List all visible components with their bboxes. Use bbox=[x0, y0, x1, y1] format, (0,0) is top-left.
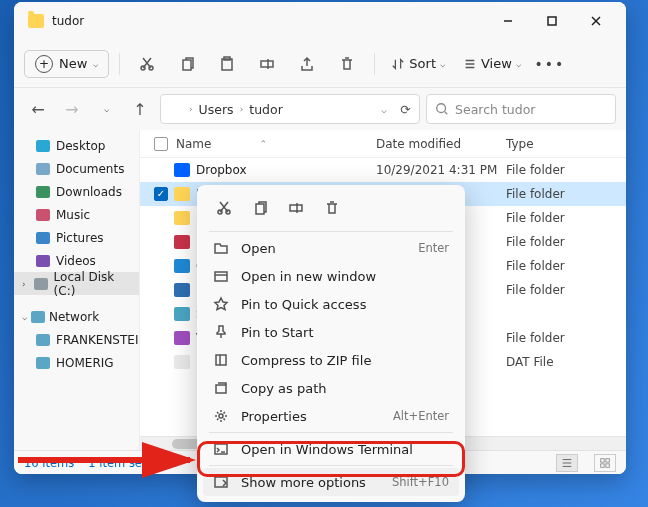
details-view-button[interactable] bbox=[556, 454, 578, 472]
svg-rect-15 bbox=[290, 205, 302, 211]
rename-button[interactable] bbox=[250, 47, 284, 81]
chevron-down-icon[interactable]: ⌵ bbox=[381, 104, 387, 115]
row-checkbox[interactable] bbox=[154, 187, 168, 201]
svg-rect-9 bbox=[606, 458, 609, 461]
col-type[interactable]: Type bbox=[506, 137, 534, 151]
computer-icon bbox=[36, 357, 50, 369]
separator bbox=[119, 53, 120, 75]
chevron-down-icon: ⌵ bbox=[22, 312, 27, 322]
col-name[interactable]: Name bbox=[176, 137, 211, 151]
window-title: tudor bbox=[52, 14, 486, 28]
svg-rect-8 bbox=[601, 458, 604, 461]
up-button[interactable]: ↑ bbox=[126, 95, 154, 123]
context-menu: OpenEnterOpen in new windowPin to Quick … bbox=[197, 185, 465, 502]
svg-rect-6 bbox=[261, 61, 273, 67]
forward-button[interactable]: → bbox=[58, 95, 86, 123]
ctx-item-show-more-options[interactable]: Show more optionsShift+F10 bbox=[203, 468, 459, 496]
ctx-item-copy-as-path[interactable]: Copy as path bbox=[203, 374, 459, 402]
sidebar-item-pictures[interactable]: Pictures bbox=[14, 226, 139, 249]
separator bbox=[209, 432, 453, 433]
sidebar-icon bbox=[36, 209, 50, 221]
search-placeholder: Search tudor bbox=[455, 102, 535, 117]
file-icon bbox=[174, 355, 190, 369]
selected-count: 1 item selected bbox=[88, 456, 177, 470]
breadcrumb-seg[interactable]: Users bbox=[199, 102, 234, 117]
search-icon bbox=[435, 102, 449, 116]
network-icon bbox=[31, 311, 45, 323]
new-button[interactable]: + New ⌵ bbox=[24, 50, 109, 78]
cut-button[interactable] bbox=[130, 47, 164, 81]
svg-rect-17 bbox=[216, 385, 226, 393]
sidebar-item-documents[interactable]: Documents bbox=[14, 157, 139, 180]
ctx-copy-button[interactable] bbox=[243, 193, 277, 223]
sidebar-icon bbox=[36, 140, 50, 152]
breadcrumb-seg[interactable]: tudor bbox=[249, 102, 283, 117]
file-icon bbox=[174, 331, 190, 345]
history-button[interactable]: ⌵ bbox=[92, 95, 120, 123]
sidebar-network-frankenstein[interactable]: FRANKENSTEIN bbox=[14, 328, 139, 351]
sidebar-icon bbox=[36, 186, 50, 198]
ctx-item-pin-to-quick-access[interactable]: Pin to Quick access bbox=[203, 290, 459, 318]
file-icon bbox=[174, 235, 190, 249]
sidebar-network[interactable]: ⌵ Network bbox=[14, 305, 139, 328]
svg-rect-14 bbox=[256, 204, 264, 214]
svg-rect-10 bbox=[601, 463, 604, 466]
close-button[interactable] bbox=[574, 6, 618, 36]
separator bbox=[209, 231, 453, 232]
sidebar-item-music[interactable]: Music bbox=[14, 203, 139, 226]
ctx-delete-button[interactable] bbox=[315, 193, 349, 223]
back-button[interactable]: ← bbox=[24, 95, 52, 123]
context-icon-row bbox=[203, 191, 459, 229]
plus-icon: + bbox=[35, 55, 53, 73]
refresh-button[interactable]: ⟳ bbox=[401, 102, 411, 117]
selectall-checkbox[interactable] bbox=[154, 137, 168, 151]
paste-button[interactable] bbox=[210, 47, 244, 81]
sort-button[interactable]: Sort ⌵ bbox=[385, 56, 451, 71]
svg-rect-11 bbox=[606, 463, 609, 466]
sidebar-item-downloads[interactable]: Downloads bbox=[14, 180, 139, 203]
sidebar-item-desktop[interactable]: Desktop bbox=[14, 134, 139, 157]
sort-indicator: ⌃ bbox=[259, 139, 267, 149]
ctx-item-compress-to-zip-file[interactable]: Compress to ZIP file bbox=[203, 346, 459, 374]
file-icon bbox=[174, 211, 190, 225]
sidebar-icon bbox=[36, 255, 50, 267]
file-icon bbox=[174, 307, 190, 321]
toolbar: + New ⌵ Sort ⌵ View ⌵ ••• bbox=[14, 40, 626, 88]
sidebar-network-homerig[interactable]: HOMERIG bbox=[14, 351, 139, 374]
svg-rect-3 bbox=[183, 60, 191, 70]
share-button[interactable] bbox=[290, 47, 324, 81]
ctx-item-properties[interactable]: PropertiesAlt+Enter bbox=[203, 402, 459, 430]
file-icon bbox=[174, 163, 190, 177]
more-button[interactable]: ••• bbox=[533, 47, 567, 81]
ctx-item-pin-to-start[interactable]: Pin to Start bbox=[203, 318, 459, 346]
ctx-cut-button[interactable] bbox=[207, 193, 241, 223]
chevron-right-icon: › bbox=[189, 104, 193, 114]
address-bar[interactable]: › Users › tudor ⌵ ⟳ bbox=[160, 94, 420, 124]
search-input[interactable]: Search tudor bbox=[426, 94, 616, 124]
separator bbox=[209, 465, 453, 466]
nav-row: ← → ⌵ ↑ › Users › tudor ⌵ ⟳ Search tudor bbox=[14, 88, 626, 130]
sidebar: DesktopDocumentsDownloadsMusicPicturesVi… bbox=[14, 130, 140, 450]
file-row[interactable]: Dropbox10/29/2021 4:31 PMFile folder bbox=[140, 158, 626, 182]
separator bbox=[374, 53, 375, 75]
folder-icon bbox=[169, 103, 183, 115]
ctx-item-open-in-windows-terminal[interactable]: Open in Windows Terminal bbox=[203, 435, 459, 463]
col-date[interactable]: Date modified bbox=[376, 137, 461, 151]
ctx-item-open[interactable]: OpenEnter bbox=[203, 234, 459, 262]
view-button[interactable]: View ⌵ bbox=[457, 56, 527, 71]
file-icon bbox=[174, 187, 190, 201]
ctx-item-open-in-new-window[interactable]: Open in new window bbox=[203, 262, 459, 290]
sidebar-icon bbox=[36, 232, 50, 244]
icons-view-button[interactable] bbox=[594, 454, 616, 472]
minimize-button[interactable] bbox=[486, 6, 530, 36]
sidebar-icon bbox=[36, 163, 50, 175]
copy-button[interactable] bbox=[170, 47, 204, 81]
sidebar-item-local-disk-c-[interactable]: ›Local Disk (C:) bbox=[14, 272, 139, 295]
ctx-rename-button[interactable] bbox=[279, 193, 313, 223]
delete-button[interactable] bbox=[330, 47, 364, 81]
svg-rect-16 bbox=[215, 272, 227, 281]
folder-icon bbox=[28, 14, 44, 28]
file-icon bbox=[174, 259, 190, 273]
maximize-button[interactable] bbox=[530, 6, 574, 36]
svg-point-18 bbox=[219, 414, 223, 418]
